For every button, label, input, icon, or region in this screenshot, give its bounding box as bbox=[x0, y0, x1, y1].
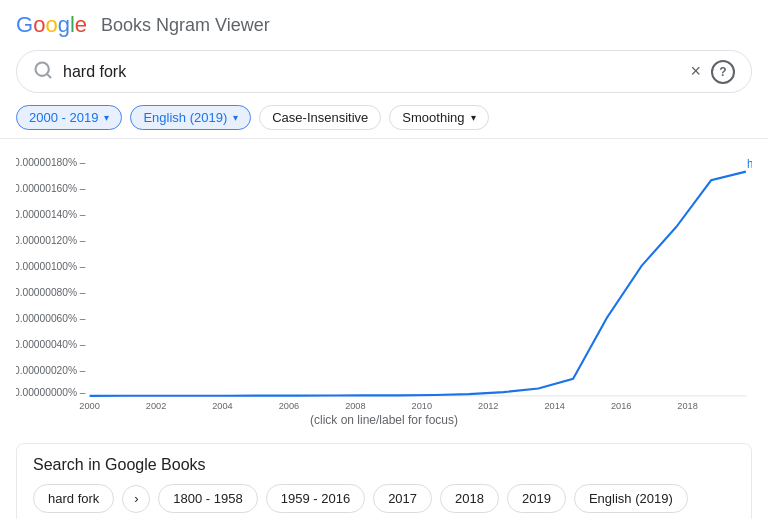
books-chip-range1[interactable]: 1800 - 1958 bbox=[158, 484, 257, 513]
books-chip-corpus-label: English (2019) bbox=[589, 491, 673, 506]
logo-letter-e: e bbox=[75, 12, 87, 38]
svg-text:0.00000080% –: 0.00000080% – bbox=[16, 286, 86, 298]
filter-case-label: Case-Insensitive bbox=[272, 110, 368, 125]
chart-svg: 0.00000180% – 0.00000160% – 0.00000140% … bbox=[16, 151, 752, 411]
clear-button[interactable]: × bbox=[688, 59, 703, 84]
svg-text:2016: 2016 bbox=[611, 400, 631, 411]
svg-text:0.00000060% –: 0.00000060% – bbox=[16, 312, 86, 324]
help-button[interactable]: ? bbox=[711, 60, 735, 84]
svg-text:2018: 2018 bbox=[677, 400, 697, 411]
books-chip-year3-label: 2019 bbox=[522, 491, 551, 506]
books-section: Search in Google Books hard fork › 1800 … bbox=[16, 443, 752, 519]
books-chip-year3[interactable]: 2019 bbox=[507, 484, 566, 513]
chart-note: (click on line/label for focus) bbox=[16, 413, 752, 435]
app-title: Books Ngram Viewer bbox=[101, 15, 270, 36]
filter-corpus-arrow: ▾ bbox=[233, 112, 238, 123]
svg-text:2002: 2002 bbox=[146, 400, 166, 411]
header: Google Books Ngram Viewer bbox=[0, 0, 768, 50]
svg-text:2012: 2012 bbox=[478, 400, 498, 411]
search-icon bbox=[33, 60, 53, 83]
svg-text:2014: 2014 bbox=[544, 400, 564, 411]
svg-text:2008: 2008 bbox=[345, 400, 365, 411]
svg-text:0.00000180% –: 0.00000180% – bbox=[16, 156, 86, 168]
books-chip-year1-label: 2017 bbox=[388, 491, 417, 506]
svg-text:0.00000000% –: 0.00000000% – bbox=[16, 386, 86, 398]
books-chip-range2[interactable]: 1959 - 2016 bbox=[266, 484, 365, 513]
svg-text:0.00000040% –: 0.00000040% – bbox=[16, 338, 86, 350]
filter-corpus-label: English (2019) bbox=[143, 110, 227, 125]
logo-letter-o1: o bbox=[33, 12, 45, 38]
svg-text:0.00000160% –: 0.00000160% – bbox=[16, 182, 86, 194]
svg-text:2010: 2010 bbox=[412, 400, 432, 411]
books-chip-range2-label: 1959 - 2016 bbox=[281, 491, 350, 506]
logo-letter-o2: o bbox=[45, 12, 57, 38]
search-actions: × ? bbox=[688, 59, 735, 84]
filter-date-range[interactable]: 2000 - 2019 ▾ bbox=[16, 105, 122, 130]
books-chip-query[interactable]: hard fork bbox=[33, 484, 114, 513]
chart-container: 0.00000180% – 0.00000160% – 0.00000140% … bbox=[16, 151, 752, 411]
logo-letter-g2: g bbox=[58, 12, 70, 38]
filter-date-range-arrow: ▾ bbox=[104, 112, 109, 123]
books-section-title: Search in Google Books bbox=[33, 456, 735, 474]
books-chip-arrow-icon: › bbox=[134, 491, 138, 506]
svg-text:0.00000100% –: 0.00000100% – bbox=[16, 260, 86, 272]
svg-text:0.00000120% –: 0.00000120% – bbox=[16, 234, 86, 246]
svg-text:0.00000020% –: 0.00000020% – bbox=[16, 364, 86, 376]
chart-area: 0.00000180% – 0.00000160% – 0.00000140% … bbox=[0, 143, 768, 435]
divider bbox=[0, 138, 768, 139]
chart-line-hard-fork[interactable] bbox=[90, 172, 746, 396]
books-chip-query-label: hard fork bbox=[48, 491, 99, 506]
filter-smoothing-arrow: ▾ bbox=[471, 112, 476, 123]
books-chip-arrow[interactable]: › bbox=[122, 485, 150, 513]
svg-text:2000: 2000 bbox=[79, 400, 99, 411]
filter-smoothing[interactable]: Smoothing ▾ bbox=[389, 105, 488, 130]
svg-text:2006: 2006 bbox=[279, 400, 299, 411]
filter-corpus[interactable]: English (2019) ▾ bbox=[130, 105, 251, 130]
chart-series-label: hard fork bbox=[747, 158, 752, 170]
books-chip-year1[interactable]: 2017 bbox=[373, 484, 432, 513]
svg-line-1 bbox=[47, 74, 51, 78]
books-chips: hard fork › 1800 - 1958 1959 - 2016 2017… bbox=[33, 484, 735, 513]
books-chip-year2-label: 2018 bbox=[455, 491, 484, 506]
filters-bar: 2000 - 2019 ▾ English (2019) ▾ Case-Inse… bbox=[0, 101, 768, 138]
google-logo: Google bbox=[16, 12, 87, 38]
search-input[interactable] bbox=[63, 63, 678, 81]
search-bar: × ? bbox=[16, 50, 752, 93]
svg-text:0.00000140% –: 0.00000140% – bbox=[16, 208, 86, 220]
books-chip-range1-label: 1800 - 1958 bbox=[173, 491, 242, 506]
books-chip-corpus[interactable]: English (2019) bbox=[574, 484, 688, 513]
filter-case[interactable]: Case-Insensitive bbox=[259, 105, 381, 130]
logo-letter-g: G bbox=[16, 12, 33, 38]
filter-date-range-label: 2000 - 2019 bbox=[29, 110, 98, 125]
books-chip-year2[interactable]: 2018 bbox=[440, 484, 499, 513]
svg-text:2004: 2004 bbox=[212, 400, 232, 411]
filter-smoothing-label: Smoothing bbox=[402, 110, 464, 125]
